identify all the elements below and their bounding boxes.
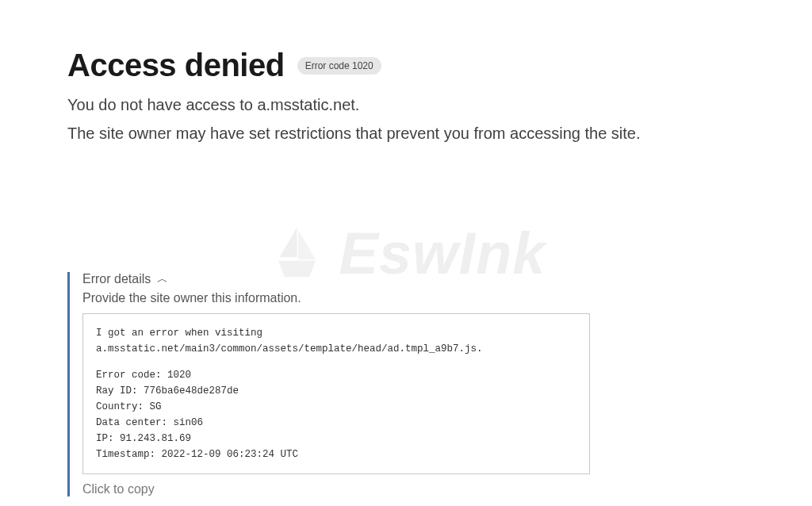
chevron-up-icon: ︿ bbox=[157, 272, 168, 286]
description-line-2: The site owner may have set restrictions… bbox=[67, 121, 745, 145]
details-instruction: Provide the site owner this information. bbox=[82, 291, 745, 305]
details-timestamp: Timestamp: 2022-12-09 06:23:24 UTC bbox=[96, 447, 576, 462]
details-ray-id: Ray ID: 776ba6e48de287de bbox=[96, 383, 576, 399]
details-url-line: I got an error when visiting a.msstatic.… bbox=[96, 325, 576, 357]
description-line-1: You do not have access to a.msstatic.net… bbox=[67, 93, 745, 117]
details-country: Country: SG bbox=[96, 399, 576, 415]
page-container: Access denied Error code 1020 You do not… bbox=[0, 0, 812, 506]
header-row: Access denied Error code 1020 bbox=[67, 48, 745, 83]
error-code-badge: Error code 1020 bbox=[297, 57, 381, 75]
error-details-label: Error details bbox=[82, 272, 151, 286]
error-details-toggle[interactable]: Error details ︿ bbox=[82, 272, 745, 286]
details-data-center: Data center: sin06 bbox=[96, 415, 576, 431]
details-error-code: Error code: 1020 bbox=[96, 367, 576, 383]
click-to-copy-button[interactable]: Click to copy bbox=[82, 482, 745, 496]
page-title: Access denied bbox=[67, 48, 285, 83]
details-ip: IP: 91.243.81.69 bbox=[96, 431, 576, 447]
error-details-box: I got an error when visiting a.msstatic.… bbox=[82, 313, 590, 474]
error-details-section: Error details ︿ Provide the site owner t… bbox=[67, 272, 745, 496]
